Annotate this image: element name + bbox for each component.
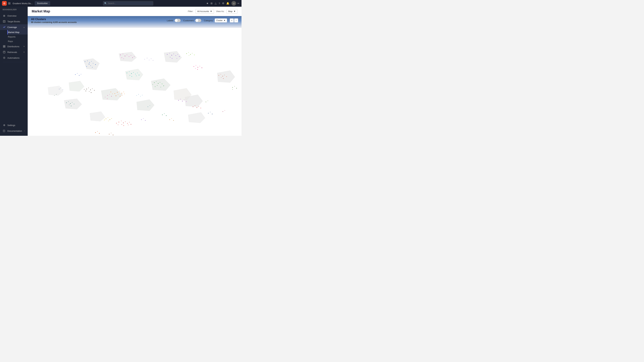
notifications-icon[interactable]: 🔔 — [226, 2, 230, 5]
cluster-yellow — [104, 117, 112, 121]
svg-marker-18 — [101, 88, 122, 100]
grid-icon[interactable]: ⊞ — [210, 2, 213, 5]
labels-toggle[interactable] — [174, 19, 180, 22]
customers-toggle-group: Customers — [183, 19, 201, 22]
settings-icon[interactable]: ⚙ — [222, 2, 224, 5]
sidebar-item-distributions[interactable]: Distributions ▼ — [0, 43, 28, 49]
sidebar-item-coverage[interactable]: Coverage ▲ — [0, 24, 28, 30]
svg-point-211 — [170, 119, 170, 120]
sidebar-item-market-map[interactable]: Market Map — [8, 30, 28, 34]
svg-point-32 — [89, 62, 90, 63]
sidebar-main-nav: ⊞ Overview Target Books — [0, 13, 28, 61]
svg-point-124 — [84, 89, 84, 90]
svg-point-134 — [149, 60, 150, 60]
customers-toggle[interactable] — [195, 19, 201, 22]
scatter-plot — [28, 28, 242, 136]
cluster-red — [116, 121, 131, 126]
svg-point-170 — [79, 75, 80, 76]
svg-point-42 — [124, 56, 125, 56]
sidebar-item-target-books[interactable]: Target Books — [0, 18, 28, 24]
svg-point-109 — [108, 121, 109, 121]
svg-point-196 — [56, 94, 56, 95]
svg-point-129 — [192, 53, 192, 53]
svg-point-205 — [166, 115, 166, 116]
svg-point-60 — [110, 92, 111, 92]
svg-marker-26 — [90, 112, 105, 121]
svg-point-74 — [172, 55, 172, 55]
edit-icon[interactable]: ✏ — [238, 2, 240, 5]
svg-point-208 — [141, 119, 142, 120]
search-bar: 🔍 — [52, 1, 205, 5]
filter-dropdown[interactable]: All Accounts ▼ — [196, 9, 214, 13]
category-group: Category: Cluster ▼ — [204, 18, 227, 22]
map-scatter-area[interactable] — [28, 28, 242, 136]
category-dropdown[interactable]: Cluster ▼ — [215, 18, 227, 22]
svg-point-122 — [89, 91, 90, 92]
svg-point-45 — [131, 55, 131, 56]
sidebar-item-reps[interactable]: Reps — [8, 39, 28, 43]
svg-point-164 — [109, 94, 110, 95]
svg-point-191 — [200, 108, 201, 108]
svg-point-53 — [124, 92, 124, 92]
view-as-dropdown[interactable]: Map ▼ — [226, 9, 238, 13]
map-container: All Clusters 88 clusters containing 4,63… — [28, 16, 242, 136]
zoom-in-button[interactable]: + — [230, 18, 234, 22]
svg-point-39 — [92, 67, 92, 67]
map-section-title: All Clusters — [31, 18, 77, 21]
svg-point-95 — [125, 121, 126, 122]
sidebar: BOOKBUILDER ⊞ Overview Target Books — [0, 7, 28, 136]
accounts-label: accounts — [68, 21, 77, 23]
svg-point-119 — [90, 89, 91, 90]
svg-point-206 — [148, 106, 148, 107]
svg-point-190 — [198, 106, 199, 107]
svg-point-143 — [222, 76, 223, 76]
svg-point-199 — [99, 133, 100, 134]
retrievals-label: Retrievals — [8, 51, 17, 53]
sidebar-item-retrievals[interactable]: Retrievals ▼ — [0, 49, 28, 55]
svg-point-87 — [137, 73, 138, 73]
svg-point-33 — [91, 61, 92, 61]
svg-marker-16 — [119, 52, 137, 62]
svg-point-37 — [93, 63, 94, 63]
external-link-icon: ↗ — [24, 130, 25, 132]
svg-point-217 — [206, 102, 206, 102]
svg-point-85 — [133, 72, 134, 73]
svg-point-66 — [162, 84, 162, 84]
sidebar-item-reports[interactable]: Reports — [8, 34, 28, 39]
sidebar-item-overview[interactable]: ⊞ Overview — [0, 13, 28, 18]
main-content: Market Map Filter: All Accounts ▼ View A… — [28, 7, 242, 136]
svg-point-106 — [110, 119, 110, 120]
cluster-dark-tl — [84, 88, 95, 93]
avatar[interactable]: U — [232, 1, 236, 6]
bookbuilder-tab[interactable]: Bookbuilder — [35, 1, 50, 5]
sidebar-item-documentation[interactable]: Documentation ↗ — [0, 128, 28, 134]
svg-point-188 — [195, 105, 195, 106]
favorites-icon[interactable]: ★ — [206, 2, 208, 5]
category-value: Cluster — [216, 19, 222, 22]
sidebar-item-settings[interactable]: ⚙ Settings — [0, 122, 28, 128]
distributions-icon — [3, 45, 6, 48]
search-input[interactable] — [103, 1, 153, 5]
svg-point-99 — [122, 124, 122, 125]
svg-rect-8 — [3, 46, 4, 47]
svg-point-216 — [212, 114, 212, 114]
retrievals-icon — [3, 51, 6, 54]
svg-marker-27 — [188, 112, 205, 123]
map-info: All Clusters 88 clusters containing 4,63… — [31, 18, 77, 23]
zoom-out-button[interactable]: − — [234, 18, 238, 22]
help-icon[interactable]: ? — [219, 2, 220, 5]
salesforce-icon[interactable]: △ — [215, 2, 217, 5]
svg-point-141 — [218, 75, 219, 76]
sidebar-item-automations[interactable]: Automations — [0, 55, 28, 61]
svg-point-219 — [222, 111, 223, 112]
svg-point-147 — [223, 78, 224, 79]
svg-point-215 — [210, 112, 210, 112]
svg-point-101 — [128, 125, 128, 125]
svg-point-54 — [114, 93, 115, 94]
svg-point-218 — [208, 100, 208, 101]
coverage-expand-icon: ▲ — [23, 26, 25, 28]
svg-point-187 — [193, 106, 193, 107]
documentation-icon — [3, 129, 6, 132]
apps-grid-icon[interactable]: ⊞ — [8, 1, 10, 5]
svg-marker-20 — [64, 99, 82, 109]
